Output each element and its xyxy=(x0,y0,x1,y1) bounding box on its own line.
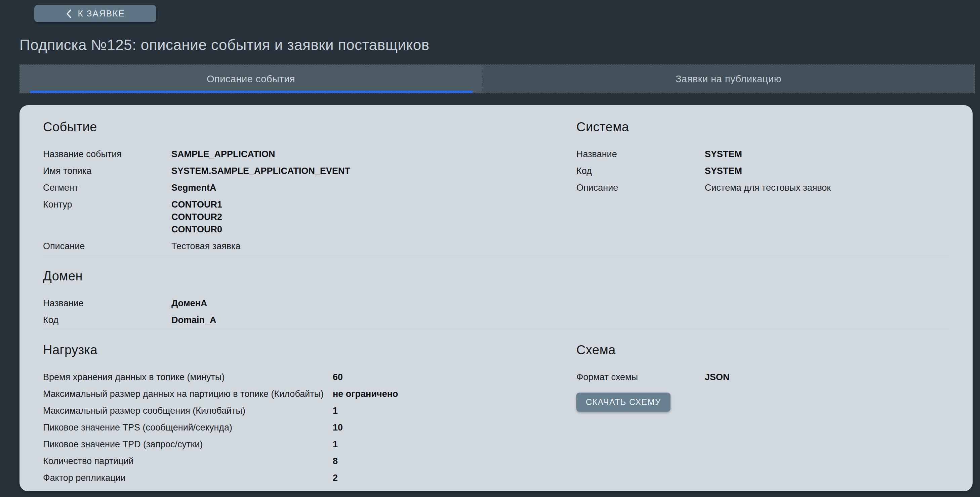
field-label: Сегмент xyxy=(43,182,172,194)
field-row: Сегмент SegmentA xyxy=(43,182,576,194)
field-row: Код Domain_A xyxy=(43,314,949,326)
field-row: Формат схемы JSON xyxy=(576,371,949,384)
field-value: SYSTEM xyxy=(705,148,742,160)
load-schema-block: Нагрузка Время хранения данных в топике … xyxy=(43,342,949,484)
field-value: Тестовая заявка xyxy=(172,240,241,252)
field-label: Максимальный размер сообщения (Килобайты… xyxy=(43,405,333,417)
tab-publication-requests[interactable]: Заявки на публикацию xyxy=(482,65,975,93)
field-label: Описание xyxy=(43,240,172,252)
event-section: Событие Название события SAMPLE_APPLICAT… xyxy=(43,119,576,252)
section-divider xyxy=(43,330,949,330)
field-label: Название xyxy=(43,297,172,310)
chevron-left-icon xyxy=(65,9,72,19)
field-value: SAMPLE_APPLICATION xyxy=(172,148,275,160)
tab-bar: Описание события Заявки на публикацию xyxy=(19,65,975,94)
download-schema-button[interactable]: СКАЧАТЬ СХЕМУ xyxy=(576,392,670,412)
domain-section: Домен Название ДоменА Код Domain_A xyxy=(43,268,949,326)
field-row: Описание Тестовая заявка xyxy=(43,240,576,252)
tab-publication-requests-label: Заявки на публикацию xyxy=(676,73,781,85)
system-section: Система Название SYSTEM Код SYSTEM Описа… xyxy=(576,119,949,194)
event-system-block: Событие Название события SAMPLE_APPLICAT… xyxy=(43,119,949,252)
back-to-request-button[interactable]: К ЗАЯВКЕ xyxy=(34,5,156,22)
field-value: JSON xyxy=(705,371,730,384)
field-value: не ограничено xyxy=(333,388,398,400)
field-label: Имя топика xyxy=(43,165,172,177)
field-label: Контур xyxy=(43,198,172,236)
field-label: Пиковое значение TPS (сообщений/секунда) xyxy=(43,421,333,434)
load-section-title: Нагрузка xyxy=(43,342,576,358)
field-value: ДоменА xyxy=(172,297,207,310)
field-value: 1 xyxy=(333,405,338,417)
field-label: Максимальный размер данных на партицию в… xyxy=(43,388,333,400)
field-label: Пиковое значение TPD (запрос/сутки) xyxy=(43,438,333,451)
load-section: Нагрузка Время хранения данных в топике … xyxy=(43,342,576,484)
field-value: 10 xyxy=(333,421,343,434)
field-value: 60 xyxy=(333,371,343,384)
field-row: Пиковое значение TPD (запрос/сутки) 1 xyxy=(43,438,576,451)
field-row: Описание Система для тестовых заявок xyxy=(576,182,949,194)
field-label: Код xyxy=(43,314,172,326)
tab-event-description-label: Описание события xyxy=(207,73,295,85)
field-value: 8 xyxy=(333,455,338,467)
page-title: Подписка №125: описание события и заявки… xyxy=(19,35,430,55)
field-value: SYSTEM xyxy=(705,165,742,177)
field-label: Время хранения данных в топике (минуты) xyxy=(43,371,333,384)
field-row: Контур CONTOUR1 CONTOUR2 CONTOUR0 xyxy=(43,198,576,236)
field-row: Код SYSTEM xyxy=(576,165,949,177)
system-section-title: Система xyxy=(576,119,949,135)
field-value: Domain_A xyxy=(172,314,216,326)
field-row: Имя топика SYSTEM.SAMPLE_APPLICATION_EVE… xyxy=(43,165,576,177)
field-label: Название события xyxy=(43,148,172,160)
field-value: 2 xyxy=(333,472,338,484)
field-label: Количество партиций xyxy=(43,455,333,467)
field-row: Фактор репликации 2 xyxy=(43,472,576,484)
field-value: 1 xyxy=(333,438,338,451)
field-label: Фактор репликации xyxy=(43,472,333,484)
field-label: Описание xyxy=(576,182,705,194)
field-row: Название ДоменА xyxy=(43,297,949,310)
field-value: SegmentA xyxy=(172,182,216,194)
schema-section-title: Схема xyxy=(576,342,949,358)
tab-event-description[interactable]: Описание события xyxy=(20,65,482,93)
field-row: Название SYSTEM xyxy=(576,148,949,160)
field-value: CONTOUR1 CONTOUR2 CONTOUR0 xyxy=(172,198,222,236)
domain-section-title: Домен xyxy=(43,268,949,284)
field-label: Код xyxy=(576,165,705,177)
schema-section: Схема Формат схемы JSON СКАЧАТЬ СХЕМУ xyxy=(576,342,949,412)
field-label: Формат схемы xyxy=(576,371,705,384)
event-section-title: Событие xyxy=(43,119,576,135)
field-label: Название xyxy=(576,148,705,160)
field-value: SYSTEM.SAMPLE_APPLICATION_EVENT xyxy=(172,165,350,177)
active-tab-indicator xyxy=(30,91,473,93)
details-card: Событие Название события SAMPLE_APPLICAT… xyxy=(19,105,973,491)
section-divider xyxy=(43,256,949,256)
field-value: Система для тестовых заявок xyxy=(705,182,831,194)
field-row: Пиковое значение TPS (сообщений/секунда)… xyxy=(43,421,576,434)
field-row: Максимальный размер данных на партицию в… xyxy=(43,388,576,400)
back-button-label: К ЗАЯВКЕ xyxy=(78,8,125,19)
field-row: Время хранения данных в топике (минуты) … xyxy=(43,371,576,384)
field-row: Максимальный размер сообщения (Килобайты… xyxy=(43,405,576,417)
field-row: Количество партиций 8 xyxy=(43,455,576,467)
field-row: Название события SAMPLE_APPLICATION xyxy=(43,148,576,160)
